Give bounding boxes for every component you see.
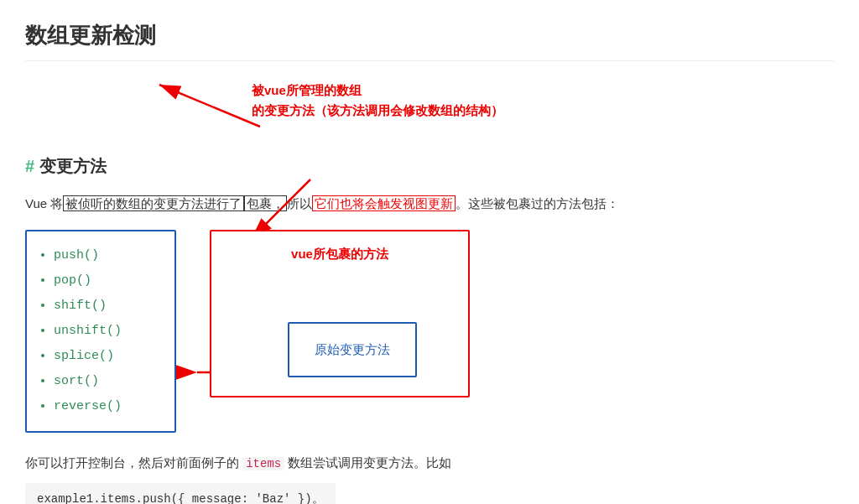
description-text: Vue 将被侦听的数组的变更方法进行了包裹，所以它们也将会触发视图更新。这些被包… [25,192,834,215]
vue-wrap-box: vue所包裹的方法 原始变更方法 [210,230,470,397]
highlight-wrap: 包裹， [244,195,287,211]
section-title: 变更方法 [25,152,834,180]
method-unshift: unshift() [54,319,158,344]
svg-line-1 [159,85,260,127]
highlight-trigger: 它们也将会触发视图更新 [312,195,456,211]
items-code: items [242,457,284,470]
original-method-box: 原始变更方法 [288,322,417,377]
method-reverse: reverse() [54,394,158,419]
method-sort: sort() [54,369,158,394]
vue-wrap-label: vue所包裹的方法 [291,243,388,265]
method-push: push() [54,243,158,268]
method-pop: pop() [54,268,158,294]
method-splice: splice() [54,344,158,369]
methods-list: push() pop() shift() unshift() splice() … [35,243,158,419]
annotation-label: 被vue所管理的数组的变更方法（该方法调用会修改数组的结构） [252,81,503,121]
methods-list-box: push() pop() shift() unshift() splice() … [25,230,176,433]
code-example: example1.items.push({ message: 'Baz' })。 [25,483,834,504]
highlight-methods: 被侦听的数组的变更方法进行了 [63,195,244,211]
bottom-text: 你可以打开控制台，然后对前面例子的 items 数组尝试调用变更方法。比如 [25,451,834,475]
page-title: 数组更新检测 [25,17,834,61]
method-shift: shift() [54,294,158,319]
